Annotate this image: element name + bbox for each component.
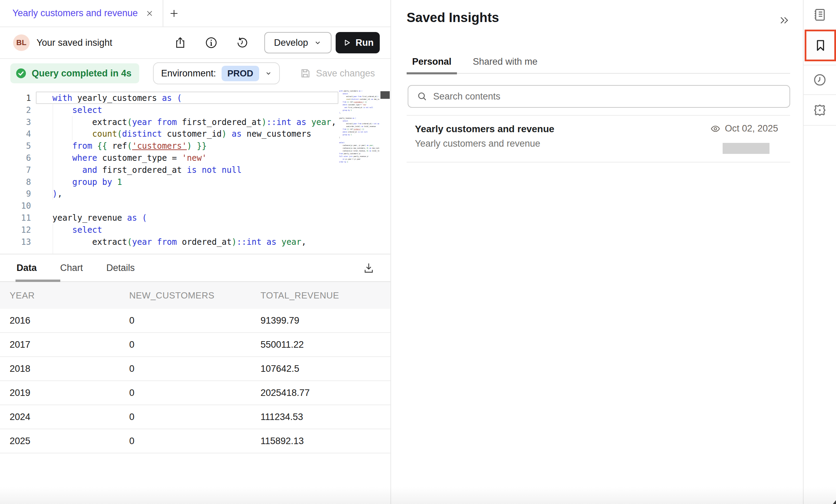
history-icon [236, 36, 249, 49]
column-header-new-customers: NEW_CUSTOMERS [129, 290, 261, 301]
download-icon [363, 262, 375, 274]
indent-guide [72, 116, 72, 140]
history-clock-icon [813, 73, 827, 87]
tab-chart[interactable]: Chart [60, 263, 83, 273]
line-number: 1 [0, 92, 31, 104]
line-number: 5 [0, 140, 31, 152]
notebook-icon [812, 7, 827, 22]
environment-select[interactable]: Environment: PROD [153, 62, 280, 84]
code-line: ), [36, 188, 338, 200]
dbt-nav-button[interactable] [804, 95, 836, 125]
tab-data[interactable]: Data [17, 263, 37, 273]
code-line: where ordered_at is not null [339, 130, 379, 133]
tab-shared-with-me[interactable]: Shared with me [467, 54, 543, 74]
play-icon [342, 38, 351, 48]
indent-guide [53, 104, 53, 200]
tab-yearly-customers-and-revenue[interactable]: Yearly customers and revenue [0, 0, 163, 27]
table-cell: 115892.13 [261, 436, 390, 447]
line-number: 7 [0, 164, 31, 176]
editor-scrollbar-thumb[interactable] [380, 91, 390, 99]
code-line: yearly_revenue as ( [339, 117, 379, 120]
search-input[interactable] [408, 85, 790, 108]
info-button[interactable] [204, 35, 219, 50]
query-panel: Yearly customers and revenue BL Your sav… [0, 0, 391, 504]
line-number: 2 [0, 104, 31, 116]
table-row[interactable]: 20250115892.13 [0, 429, 390, 453]
new-tab-button[interactable] [163, 0, 185, 27]
line-number: 10 [0, 200, 31, 212]
insights-tab-bar: Personal Shared with me [407, 54, 790, 74]
code-line: group by 1 [339, 133, 379, 136]
code-line: extract(year from ordered_at)::int as ye… [339, 123, 379, 125]
query-status-text: Query completed in 4s [32, 68, 132, 79]
table-row[interactable]: 20240111234.53 [0, 405, 390, 429]
insight-toolbar: BL Your saved insight Develop Run [0, 27, 390, 59]
results-table-header: YEAR NEW_CUSTOMERS TOTAL_REVENUE [0, 282, 390, 309]
indent-guide [53, 224, 53, 254]
run-button[interactable]: Run [336, 32, 380, 53]
table-cell: 2017 [0, 339, 129, 350]
table-row[interactable]: 20170550011.22 [0, 333, 390, 357]
history-button[interactable] [235, 35, 250, 50]
sidebar-divider [804, 125, 836, 126]
code-line: select [339, 141, 379, 144]
code-line: coalesce(yc.new_customers, 0) as new_cus… [339, 147, 379, 150]
line-number: 3 [0, 116, 31, 128]
right-icon-sidebar [803, 0, 836, 504]
environment-badge: PROD [222, 66, 259, 81]
dbt-icon [812, 102, 828, 118]
column-header-year: YEAR [0, 290, 129, 301]
search-icon [417, 91, 427, 102]
table-row[interactable]: 2016091399.79 [0, 309, 390, 333]
code-line: yearly_revenue as ( [36, 212, 338, 224]
download-button[interactable] [361, 260, 376, 275]
environment-label: Environment: [161, 68, 216, 79]
saved-insights-nav-button[interactable] [805, 30, 836, 61]
line-number: 12 [0, 224, 31, 236]
develop-dropdown[interactable]: Develop [264, 32, 332, 53]
save-changes-button[interactable]: Save changes [299, 67, 375, 79]
table-row[interactable]: 201902025418.77 [0, 381, 390, 405]
develop-label: Develop [274, 38, 308, 48]
code-line: count(distinct customer_id) as new_custo… [36, 128, 338, 140]
saved-insights-title: Saved Insights [407, 10, 499, 25]
code-line: select [36, 104, 338, 116]
history-nav-button[interactable] [804, 65, 836, 94]
line-number: 4 [0, 128, 31, 140]
code-line: group by 1 [339, 109, 379, 112]
code-line: with yearly_customers as ( [36, 92, 338, 104]
line-number: 13 [0, 236, 31, 248]
chevron-down-icon [314, 39, 322, 47]
run-label: Run [356, 38, 374, 48]
tab-details[interactable]: Details [106, 263, 135, 273]
table-cell: 2016 [0, 315, 129, 326]
code-line: order by 1 [339, 160, 379, 163]
avatar: BL [13, 34, 30, 51]
active-tab-underline [16, 280, 60, 282]
code-line: where customer_type = 'new' [36, 152, 338, 164]
code-line: group by 1 [36, 176, 338, 188]
skeleton-bar [723, 143, 769, 154]
minimap-code: with yearly_customers as ( select extrac… [339, 90, 379, 163]
sql-editor[interactable]: 12345678910111213 with yearly_customers … [0, 88, 390, 254]
code-line: and first_ordered_at is not null [339, 106, 379, 109]
share-button[interactable] [173, 35, 188, 50]
close-tab-icon[interactable] [145, 9, 154, 18]
collapse-panel-button[interactable] [778, 14, 790, 26]
plus-icon [169, 8, 179, 19]
tab-personal-label: Personal [412, 56, 451, 67]
tab-personal[interactable]: Personal [407, 54, 457, 74]
table-cell: 550011.22 [261, 339, 390, 350]
results-tab-bar: Data Chart Details [0, 254, 390, 282]
table-cell: 2025 [0, 436, 129, 447]
notebook-nav-button[interactable] [804, 0, 836, 30]
line-number: 11 [0, 212, 31, 224]
table-cell: 0 [129, 339, 261, 350]
code-line: count(distinct customer_id) as new_custo… [339, 98, 379, 101]
insight-list-item[interactable]: Yearly customers and revenueYearly custo… [407, 116, 790, 162]
editor-tab-bar: Yearly customers and revenue [0, 0, 390, 27]
table-cell: 0 [129, 436, 261, 447]
minimap[interactable]: with yearly_customers as ( select extrac… [339, 90, 379, 252]
table-row[interactable]: 20180107642.5 [0, 357, 390, 381]
code-line: sum(order_total) as total_revenue [339, 125, 379, 128]
